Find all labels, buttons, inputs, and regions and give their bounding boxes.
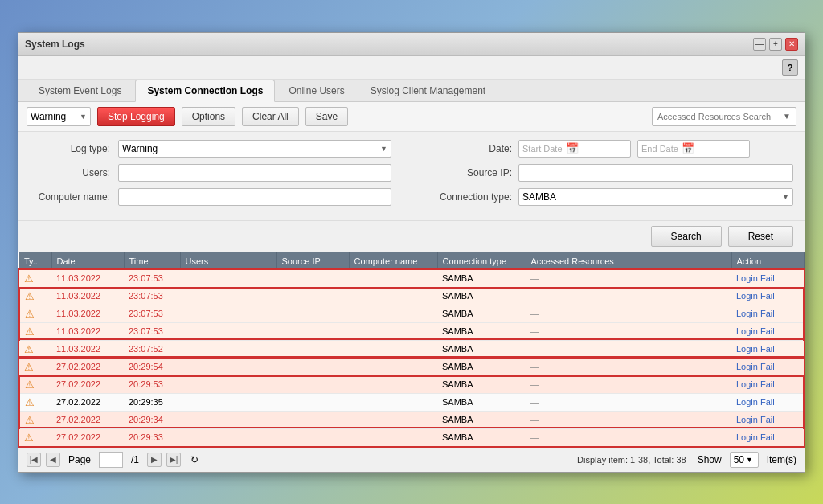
table-row: ⚠ 27.02.2022 20:29:34 SAMBA — Login Fail [19, 411, 804, 428]
cell-date: 11.03.2022 [51, 322, 124, 340]
cell-conn-type: SAMBA [437, 270, 526, 288]
table-header-row: Ty... Date Time Users Source IP Computer… [19, 252, 804, 270]
reset-button[interactable]: Reset [728, 226, 793, 247]
table-row: ⚠ 27.02.2022 20:29:54 SAMBA — Login Fail [19, 358, 804, 375]
cell-action: Login Fail [731, 358, 804, 375]
start-calendar-icon[interactable]: 📅 [566, 142, 579, 154]
cell-time: 20:29:35 [124, 393, 180, 411]
users-input[interactable] [118, 164, 391, 182]
prev-page-button[interactable]: ◀ [46, 453, 60, 467]
cell-action: Login Fail [731, 375, 804, 393]
col-action: Action [731, 252, 804, 270]
date-label: Date: [424, 143, 512, 154]
cell-computer [349, 270, 437, 288]
window-title: System Logs [25, 39, 85, 50]
cell-type: ⚠ [19, 375, 51, 393]
tab-syslog-client-management[interactable]: Syslog Client Management [358, 80, 497, 101]
cell-time: 23:07:52 [124, 340, 180, 358]
cell-computer [349, 393, 437, 411]
help-button[interactable]: ? [782, 59, 798, 76]
items-label: Item(s) [767, 454, 796, 465]
pagination-bar: |◀ ◀ Page 1 /1 ▶ ▶| ↻ Display item: 1-38… [18, 447, 805, 472]
date-row: Date: Start Date 📅 End Date 📅 [424, 140, 793, 158]
resources-search-container: ▼ [652, 107, 796, 126]
filter-dropdown[interactable]: Warning ▼ [27, 107, 91, 126]
action-link[interactable]: Login Fail [736, 291, 775, 301]
table-row: ⚠ 27.02.2022 20:29:35 SAMBA — Login Fail [19, 393, 804, 411]
search-dropdown-icon[interactable]: ▼ [783, 112, 791, 121]
warning-icon: ⚠ [25, 326, 35, 338]
action-link[interactable]: Login Fail [736, 326, 775, 336]
page-number-input[interactable]: 1 [99, 452, 123, 468]
table-row: ⚠ 11.03.2022 23:07:52 SAMBA — Login Fail [19, 340, 804, 358]
show-count-dropdown[interactable]: 50 ▼ [730, 452, 759, 468]
users-label: Users: [30, 167, 110, 178]
computer-input[interactable] [118, 188, 391, 206]
cell-date: 11.03.2022 [51, 287, 124, 305]
connection-type-label: Connection type: [424, 191, 512, 203]
cell-source-ip [276, 375, 349, 393]
start-date-input[interactable]: Start Date 📅 [518, 140, 631, 158]
cell-source-ip [276, 411, 349, 428]
cell-action: Login Fail [731, 393, 804, 411]
cell-source-ip [276, 428, 349, 446]
log-type-label: Log type: [30, 143, 110, 154]
log-type-dropdown[interactable]: Warning ▼ [118, 140, 391, 158]
source-ip-input[interactable] [518, 164, 793, 182]
tab-online-users[interactable]: Online Users [276, 80, 356, 101]
cell-conn-type: SAMBA [437, 411, 526, 428]
stop-logging-button[interactable]: Stop Logging [97, 107, 175, 126]
cell-time: 23:07:53 [124, 322, 180, 340]
refresh-icon[interactable]: ↻ [190, 454, 199, 465]
action-link[interactable]: Login Fail [736, 362, 775, 371]
action-link[interactable]: Login Fail [736, 397, 775, 407]
action-link[interactable]: Login Fail [736, 415, 775, 424]
tab-system-connection-logs[interactable]: System Connection Logs [135, 80, 275, 102]
cell-action: Login Fail [731, 340, 804, 358]
cell-conn-type: SAMBA [437, 340, 526, 358]
cell-source-ip [276, 287, 349, 305]
col-source-ip: Source IP [276, 252, 349, 270]
close-button[interactable]: ✕ [785, 38, 798, 51]
save-button[interactable]: Save [305, 107, 348, 126]
cell-computer [349, 305, 437, 322]
cell-source-ip [276, 340, 349, 358]
search-button[interactable]: Search [651, 226, 722, 247]
options-button[interactable]: Options [182, 107, 235, 126]
filter-arrow-icon: ▼ [80, 113, 87, 121]
cell-date: 11.03.2022 [51, 305, 124, 322]
last-page-button[interactable]: ▶| [166, 453, 181, 467]
filter-columns: Log type: Warning ▼ Users: Computer name… [30, 140, 793, 212]
cell-date: 27.02.2022 [51, 375, 124, 393]
action-link[interactable]: Login Fail [736, 344, 775, 354]
next-page-button[interactable]: ▶ [147, 453, 162, 467]
action-link[interactable]: Login Fail [736, 379, 775, 389]
action-link[interactable]: Login Fail [736, 432, 775, 442]
tab-system-event-logs[interactable]: System Event Logs [27, 80, 133, 101]
warning-icon: ⚠ [25, 396, 35, 408]
cell-type: ⚠ [19, 411, 51, 428]
cell-computer [349, 358, 437, 375]
first-page-button[interactable]: |◀ [27, 453, 41, 467]
filter-section: Log type: Warning ▼ Users: Computer name… [18, 132, 805, 221]
end-calendar-icon[interactable]: 📅 [682, 142, 694, 154]
connection-type-dropdown[interactable]: SAMBA ▼ [518, 188, 793, 206]
cell-resources: — [526, 287, 731, 305]
cell-computer [349, 287, 437, 305]
table-container: Ty... Date Time Users Source IP Computer… [18, 252, 805, 447]
tabs-bar: System Event Logs System Connection Logs… [18, 80, 805, 102]
computer-label: Computer name: [30, 191, 110, 203]
warning-icon: ⚠ [25, 290, 35, 302]
cell-resources: — [526, 270, 731, 288]
warning-icon: ⚠ [25, 414, 35, 426]
cell-resources: — [526, 411, 731, 428]
resources-search-input[interactable] [657, 112, 783, 121]
end-date-input[interactable]: End Date 📅 [637, 140, 750, 158]
total-pages: /1 [131, 454, 139, 465]
maximize-button[interactable]: + [769, 38, 782, 51]
action-link[interactable]: Login Fail [736, 273, 775, 283]
minimize-button[interactable]: — [753, 38, 766, 51]
action-link[interactable]: Login Fail [736, 309, 775, 318]
clear-all-button[interactable]: Clear All [242, 107, 299, 126]
cell-time: 20:29:34 [124, 411, 180, 428]
